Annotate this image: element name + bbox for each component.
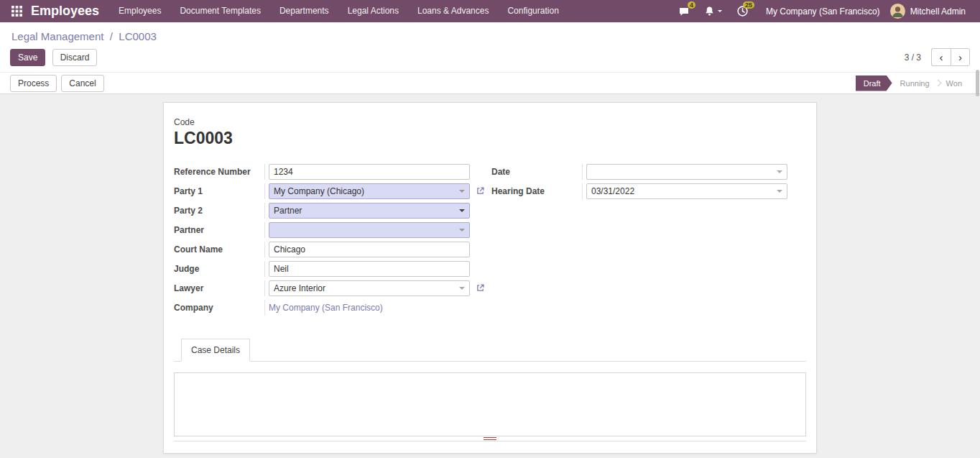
cancel-button[interactable]: Cancel (61, 75, 103, 92)
lawyer-label: Lawyer (174, 283, 264, 293)
dropdown-caret-icon (459, 229, 465, 232)
partner-select[interactable] (269, 222, 470, 238)
partner-label: Partner (174, 225, 264, 235)
messages-badge: 4 (688, 1, 695, 9)
company-link[interactable]: My Company (San Francisco) (269, 303, 383, 313)
case-details-textarea[interactable] (174, 372, 806, 436)
statusbar-buttons: Process Cancel (10, 75, 104, 92)
nav-item-employees[interactable]: Employees (109, 0, 170, 22)
form-sheet: Code LC0003 Reference Number Party 1 My … (163, 102, 817, 454)
pager-count: 3 / 3 (905, 52, 921, 63)
datepicker-caret-icon (777, 170, 782, 173)
textarea-resize-row (174, 436, 806, 441)
bell-icon (704, 6, 715, 17)
dropdown-caret-icon (459, 190, 465, 193)
pager-next-button[interactable]: › (951, 48, 970, 66)
field-row-hearing-date: Hearing Date 03/31/2022 (491, 183, 787, 199)
company-label: Company (174, 303, 264, 313)
status-step-running[interactable]: Running (892, 75, 938, 91)
breadcrumb: Legal Management / LC0003 (0, 22, 980, 44)
nav-item-configuration[interactable]: Configuration (498, 0, 568, 22)
control-panel: Save Discard 3 / 3 ‹ › (0, 44, 980, 72)
form-buttons: Save Discard (10, 49, 97, 66)
field-row-partner: Partner (174, 222, 470, 238)
dropdown-caret-icon (459, 287, 465, 290)
notebook: Case Details (174, 338, 806, 441)
nav-item-departments[interactable]: Departments (270, 0, 338, 22)
field-row-court-name: Court Name (174, 242, 470, 257)
messages-icon[interactable]: 4 (671, 0, 697, 22)
party2-label: Party 2 (174, 206, 264, 216)
field-group-right: Date Hearing Date 03/31/2022 (491, 164, 787, 319)
grid-icon (11, 6, 22, 17)
field-row-date: Date (491, 164, 787, 180)
user-avatar[interactable] (890, 4, 905, 19)
field-row-judge: Judge (174, 261, 470, 277)
hearing-date-value: 03/31/2022 (591, 186, 634, 196)
discard-button[interactable]: Discard (52, 49, 98, 66)
party1-select[interactable]: My Company (Chicago) (269, 183, 470, 199)
breadcrumb-current: LC0003 (119, 30, 157, 42)
activities-badge: 25 (743, 1, 754, 9)
pager-previous-button[interactable]: ‹ (931, 48, 951, 66)
field-row-company: Company My Company (San Francisco) (174, 300, 470, 316)
party1-value: My Company (Chicago) (274, 186, 364, 196)
process-button[interactable]: Process (10, 75, 57, 92)
top-navbar: Employees Employees Document Templates D… (0, 0, 980, 22)
avatar-image (890, 4, 905, 19)
nav-item-loans-advances[interactable]: Loans & Advances (408, 0, 498, 22)
field-groups: Reference Number Party 1 My Company (Chi… (174, 164, 806, 319)
status-pipeline: Draft Running Won (856, 75, 970, 91)
nav-item-document-templates[interactable]: Document Templates (170, 0, 270, 22)
statusbar: Process Cancel Draft Running Won (0, 72, 980, 94)
apps-menu-icon[interactable] (7, 6, 27, 17)
reference-number-input[interactable] (269, 164, 470, 180)
notifications-bell-icon[interactable] (697, 0, 729, 22)
date-input[interactable] (586, 164, 787, 180)
field-group-left: Reference Number Party 1 My Company (Chi… (174, 164, 470, 319)
user-menu[interactable]: Mitchell Admin (905, 6, 973, 17)
hearing-date-label: Hearing Date (491, 186, 582, 196)
page-title: LC0003 (174, 129, 806, 148)
scrollbar-thumb[interactable] (976, 70, 979, 96)
field-row-party2: Party 2 Partner (174, 203, 470, 219)
party2-select[interactable]: Partner (269, 203, 470, 219)
party2-value: Partner (274, 206, 302, 216)
date-label: Date (491, 167, 582, 177)
status-step-draft[interactable]: Draft (856, 75, 892, 91)
field-row-party1: Party 1 My Company (Chicago) (174, 183, 470, 199)
record-pager: 3 / 3 ‹ › (905, 48, 970, 66)
lawyer-select[interactable]: Azure Interior (269, 280, 470, 296)
field-row-lawyer: Lawyer Azure Interior (174, 280, 470, 296)
datepicker-caret-icon (777, 190, 782, 193)
breadcrumb-parent[interactable]: Legal Management (11, 30, 103, 42)
nav-item-legal-actions[interactable]: Legal Actions (338, 0, 408, 22)
lawyer-value: Azure Interior (274, 283, 325, 293)
select-arrow-icon (459, 209, 465, 212)
judge-label: Judge (174, 264, 264, 274)
resize-handle[interactable] (484, 437, 496, 440)
app-brand[interactable]: Employees (31, 4, 99, 19)
form-view: Code LC0003 Reference Number Party 1 My … (0, 94, 980, 458)
tab-header: Case Details (174, 338, 806, 362)
field-row-reference-number: Reference Number (174, 164, 470, 180)
code-label: Code (174, 117, 806, 127)
breadcrumb-separator: / (110, 30, 113, 42)
save-button[interactable]: Save (10, 49, 45, 66)
party1-label: Party 1 (174, 186, 264, 196)
party1-external-link-icon[interactable] (476, 186, 485, 196)
tab-case-details[interactable]: Case Details (181, 339, 250, 362)
chevron-down-icon (718, 10, 722, 12)
status-step-won[interactable]: Won (938, 75, 970, 91)
hearing-date-input[interactable]: 03/31/2022 (586, 183, 787, 199)
court-name-input[interactable] (269, 242, 470, 257)
judge-input[interactable] (269, 261, 470, 277)
reference-number-label: Reference Number (174, 167, 264, 177)
company-switcher[interactable]: My Company (San Francisco) (756, 6, 890, 17)
court-name-label: Court Name (174, 244, 264, 255)
activities-clock-icon[interactable]: 25 (729, 0, 756, 22)
lawyer-external-link-icon[interactable] (476, 283, 485, 293)
